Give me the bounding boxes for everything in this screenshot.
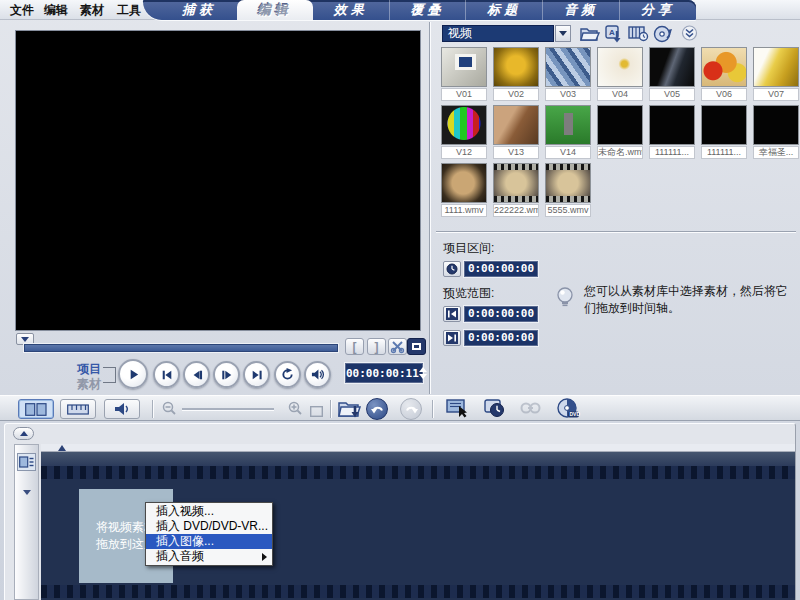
preview-screen — [15, 30, 421, 331]
thumbnail — [753, 105, 799, 145]
thumbnail-label: 幸福圣... — [753, 146, 799, 159]
library-item[interactable]: 5555.wmv — [545, 163, 591, 217]
playhead-marker[interactable] — [58, 445, 66, 451]
tab-title[interactable]: 标题 — [465, 0, 542, 20]
tab-effects[interactable]: 效果 — [313, 0, 389, 20]
track-header-column — [14, 444, 39, 600]
timecode-spinner[interactable] — [419, 364, 427, 382]
library-item[interactable]: V14 — [545, 105, 591, 159]
range-start-icon — [446, 308, 458, 320]
seek-bar[interactable] — [24, 344, 338, 352]
library-category-select[interactable]: 视频 — [442, 25, 554, 42]
thumbnail-label: V04 — [597, 88, 643, 101]
menu-edit[interactable]: 编辑 — [44, 0, 68, 20]
library-category-arrow-button[interactable] — [555, 25, 571, 42]
video-track-button[interactable] — [17, 453, 36, 471]
timeline-view-button[interactable] — [60, 399, 96, 419]
load-media-folder-button[interactable] — [580, 25, 600, 46]
spinner-up-icon — [419, 367, 427, 372]
thumbnail-label: 111111... — [701, 146, 747, 159]
zoom-out-icon — [162, 401, 176, 415]
sort-library-button[interactable]: A — [605, 25, 622, 47]
preview-range-label: 预览范围: — [443, 285, 494, 302]
fit-project-button[interactable] — [310, 403, 323, 421]
undo-icon — [371, 404, 384, 415]
zoom-in-button[interactable] — [288, 401, 302, 419]
audio-view-button[interactable] — [104, 399, 140, 419]
library-item[interactable]: V02 — [493, 47, 539, 101]
collapse-timeline-button[interactable] — [13, 427, 34, 440]
mark-out-icon: ] — [375, 340, 379, 354]
chain-clips-button[interactable] — [520, 399, 542, 421]
undo-button[interactable] — [366, 398, 388, 420]
library-item[interactable]: 未命名.wmv — [597, 105, 643, 159]
menu-item-insert-video[interactable]: 插入视频... — [146, 504, 272, 519]
double-chevron-down-icon — [682, 25, 697, 41]
library-item[interactable]: 1111.wmv — [441, 163, 487, 217]
library-item[interactable]: 111111... — [649, 105, 695, 159]
eject-icon — [20, 431, 28, 436]
split-clip-button[interactable] — [388, 338, 407, 355]
thumbnail-label: 5555.wmv — [545, 204, 591, 217]
tab-audio[interactable]: 音频 — [542, 0, 619, 20]
library-item[interactable]: V03 — [545, 47, 591, 101]
library-item[interactable]: V05 — [649, 47, 695, 101]
mark-out-button[interactable]: ] — [367, 338, 386, 355]
thumbnail — [441, 47, 487, 87]
play-button[interactable] — [118, 359, 148, 389]
timeline-ruler[interactable] — [41, 444, 795, 452]
tab-edit[interactable]: 编辑 — [237, 0, 313, 20]
redo-button[interactable] — [400, 398, 422, 420]
library-item[interactable]: V13 — [493, 105, 539, 159]
mark-in-button[interactable]: [ — [345, 338, 364, 355]
volume-button[interactable] — [304, 361, 331, 388]
zoom-out-button[interactable] — [162, 401, 176, 419]
range-end-button[interactable] — [443, 330, 461, 346]
video-track-icon — [19, 456, 34, 468]
thumbnail — [701, 105, 747, 145]
create-disc-button[interactable]: DVD — [556, 398, 580, 423]
menu-file[interactable]: 文件 — [10, 0, 34, 20]
project-duration-clock-button[interactable] — [443, 261, 461, 277]
library-item[interactable]: 111111... — [701, 105, 747, 159]
library-item[interactable]: V12 — [441, 105, 487, 159]
menu-item-insert-dvd[interactable]: 插入 DVD/DVD-VR... — [146, 519, 272, 534]
next-frame-button[interactable] — [213, 361, 240, 388]
menu-item-insert-image[interactable]: 插入图像... — [146, 534, 272, 549]
repeat-button[interactable] — [274, 361, 301, 388]
library-item[interactable]: V06 — [701, 47, 747, 101]
playback-mode-clip[interactable]: 素材 — [77, 376, 101, 393]
library-item[interactable]: V01 — [441, 47, 487, 101]
range-end-icon — [446, 332, 458, 344]
smart-proxy-icon — [446, 399, 470, 418]
enlarge-preview-button[interactable] — [407, 338, 426, 355]
chevron-down-icon — [559, 31, 567, 36]
range-start-button[interactable] — [443, 306, 461, 322]
track-dropdown-button[interactable] — [19, 487, 34, 497]
go-to-end-button[interactable] — [243, 361, 270, 388]
library-item[interactable]: V07 — [753, 47, 799, 101]
tab-overlay[interactable]: 覆叠 — [389, 0, 466, 20]
tab-share[interactable]: 分享 — [619, 0, 696, 20]
smart-proxy-button[interactable] — [446, 399, 470, 422]
track-manager-button[interactable] — [484, 399, 506, 422]
library-item[interactable]: 222222.wmv — [493, 163, 539, 217]
menu-item-insert-audio[interactable]: 插入音频 — [146, 549, 272, 564]
timeline-zoom-slider[interactable] — [182, 408, 274, 411]
tip-bulb — [556, 287, 574, 313]
library-item[interactable]: 幸福圣... — [753, 105, 799, 159]
tab-capture[interactable]: 捕获 — [161, 0, 237, 20]
lightbulb-icon — [556, 287, 574, 309]
go-to-start-button[interactable] — [153, 361, 180, 388]
menu-clip[interactable]: 素材 — [80, 0, 104, 20]
library-manager-button[interactable] — [628, 25, 649, 46]
insert-media-files-button[interactable] — [338, 398, 362, 423]
panel-divider — [429, 22, 431, 394]
toolbar-divider — [152, 400, 154, 418]
expand-options-button[interactable] — [682, 25, 697, 45]
previous-frame-button[interactable] — [183, 361, 210, 388]
library-item[interactable]: V04 — [597, 47, 643, 101]
storyboard-view-button[interactable] — [18, 399, 54, 419]
export-disc-button[interactable] — [653, 25, 673, 47]
menu-tools[interactable]: 工具 — [117, 0, 141, 20]
